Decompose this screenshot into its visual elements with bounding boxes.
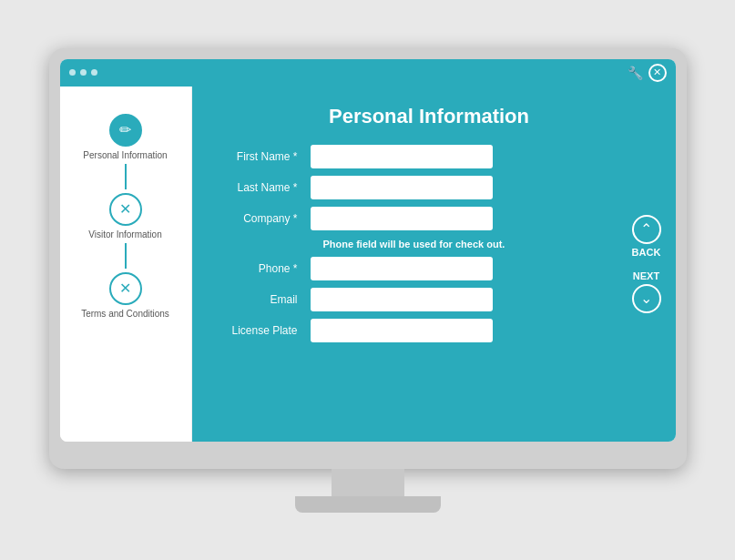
step-circle-personal: ✏	[109, 114, 142, 147]
step-connector-2	[125, 243, 127, 269]
step-circle-visitor: ✕	[109, 193, 142, 226]
input-company[interactable]	[311, 207, 493, 230]
title-bar: 🔧 ✕	[60, 59, 676, 87]
next-group: NEXT ⌄	[632, 270, 661, 313]
page-title: Personal Information	[210, 105, 648, 128]
dot-1	[69, 69, 76, 76]
step-label-personal: Personal Information	[80, 150, 171, 160]
sidebar-step-visitor[interactable]: ✕ Visitor Information	[80, 193, 171, 239]
settings-icon[interactable]: 🔧	[628, 66, 643, 80]
sidebar-step-terms[interactable]: ✕ Terms and Conditions	[80, 272, 171, 319]
label-license: License Plate	[210, 324, 311, 337]
title-bar-actions: 🔧 ✕	[628, 64, 667, 82]
step-label-visitor: Visitor Information	[80, 229, 171, 239]
sidebar: ✏ Personal Information ✕ Visitor Informa…	[60, 87, 192, 442]
step-connector-1	[125, 164, 127, 189]
step-circle-terms: ✕	[109, 272, 142, 305]
back-label: BACK	[632, 247, 661, 258]
back-group: ⌃ BACK	[632, 215, 661, 258]
form-row-last-name: Last Name *	[210, 176, 648, 199]
input-first-name[interactable]	[311, 145, 493, 168]
app-body: ✏ Personal Information ✕ Visitor Informa…	[60, 87, 676, 442]
dot-2	[80, 69, 87, 76]
monitor-wrapper: 🔧 ✕ ✏ Personal Information ✕	[49, 48, 687, 513]
label-email: Email	[210, 293, 311, 306]
title-bar-dots	[69, 69, 97, 76]
close-button[interactable]: ✕	[648, 64, 667, 82]
monitor-screen: 🔧 ✕ ✏ Personal Information ✕	[60, 59, 676, 442]
input-email[interactable]	[311, 288, 493, 311]
label-first-name: First Name *	[210, 150, 311, 163]
monitor-base	[295, 496, 441, 513]
next-button[interactable]: ⌄	[632, 284, 661, 313]
form-row-email: Email	[210, 288, 648, 311]
input-phone[interactable]	[311, 257, 493, 280]
main-content: Personal Information First Name * Last N…	[192, 87, 676, 442]
form-row-license: License Plate	[210, 319, 648, 342]
back-button[interactable]: ⌃	[632, 215, 661, 244]
form-area: First Name * Last Name * Company *	[210, 145, 648, 350]
input-license[interactable]	[311, 319, 493, 342]
input-last-name[interactable]	[311, 176, 493, 199]
label-company: Company *	[210, 212, 311, 225]
monitor-neck	[332, 469, 404, 496]
label-phone: Phone *	[210, 262, 311, 275]
sidebar-step-personal[interactable]: ✏ Personal Information	[80, 114, 171, 160]
form-row-phone: Phone *	[210, 257, 648, 280]
next-label: NEXT	[633, 270, 659, 281]
dot-3	[91, 69, 97, 76]
phone-hint: Phone field will be used for check out.	[323, 238, 505, 251]
monitor-bezel: 🔧 ✕ ✏ Personal Information ✕	[49, 48, 687, 469]
nav-buttons: ⌃ BACK NEXT ⌄	[632, 215, 661, 313]
step-label-terms: Terms and Conditions	[80, 309, 171, 319]
label-last-name: Last Name *	[210, 181, 311, 194]
form-row-company: Company *	[210, 207, 648, 230]
form-row-first-name: First Name *	[210, 145, 648, 168]
